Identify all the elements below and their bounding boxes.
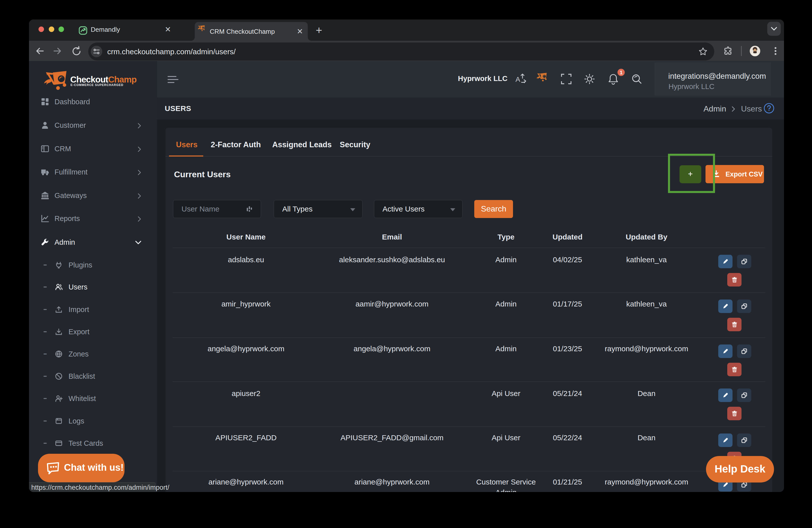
svg-text:A: A	[516, 75, 520, 83]
